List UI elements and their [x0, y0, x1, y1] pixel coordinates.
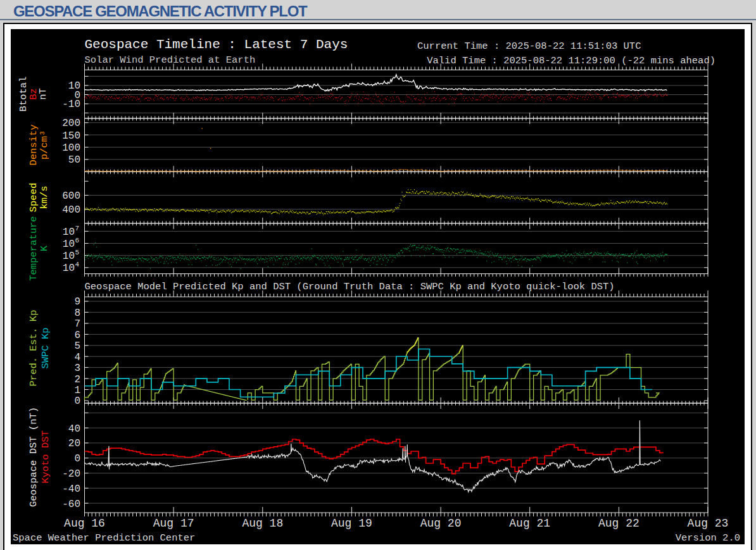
- svg-text:4: 4: [74, 352, 80, 363]
- svg-text:1: 1: [74, 385, 80, 396]
- svg-text:Aug 21: Aug 21: [509, 517, 550, 530]
- svg-text:Aug 20: Aug 20: [420, 517, 462, 530]
- svg-text:SWPC Kp: SWPC Kp: [40, 327, 51, 368]
- svg-text:0: 0: [74, 453, 80, 465]
- svg-text:-20: -20: [62, 468, 80, 480]
- svg-text:5: 5: [74, 341, 80, 352]
- svg-text:Aug 19: Aug 19: [331, 517, 372, 530]
- svg-text:20: 20: [68, 438, 80, 449]
- svg-text:K: K: [39, 245, 50, 251]
- svg-text:Temperature: Temperature: [28, 216, 39, 280]
- svg-text:10: 10: [63, 251, 75, 262]
- svg-text:Space Weather Prediction Cente: Space Weather Prediction Center: [13, 532, 195, 544]
- svg-text:200: 200: [62, 118, 80, 129]
- svg-text:Density: Density: [28, 124, 39, 165]
- svg-text:Geospace DST (nT): Geospace DST (nT): [28, 407, 39, 507]
- svg-text:Aug 18: Aug 18: [242, 517, 283, 530]
- svg-text:6: 6: [74, 330, 80, 341]
- svg-text:Version 2.0: Version 2.0: [676, 532, 740, 544]
- svg-text:2: 2: [74, 374, 80, 385]
- svg-text:9: 9: [74, 296, 80, 308]
- svg-text:10: 10: [63, 239, 75, 250]
- svg-text:10: 10: [63, 263, 75, 274]
- svg-text:7: 7: [74, 318, 80, 330]
- svg-text:-10: -10: [62, 99, 80, 110]
- svg-text:Aug 22: Aug 22: [598, 517, 639, 530]
- svg-text:100: 100: [62, 142, 80, 154]
- svg-text:nT: nT: [37, 88, 49, 100]
- svg-text:Solar Wind Predicted at Earth: Solar Wind Predicted at Earth: [85, 54, 256, 66]
- svg-text:p/cm³: p/cm³: [39, 130, 50, 160]
- svg-text:Pred. Est. Kp: Pred. Est. Kp: [28, 310, 39, 387]
- svg-text:150: 150: [62, 130, 80, 142]
- svg-text:3: 3: [74, 363, 80, 374]
- svg-text:600: 600: [62, 191, 80, 202]
- svg-text:4: 4: [75, 261, 80, 268]
- svg-text:Aug 17: Aug 17: [153, 517, 194, 530]
- svg-text:50: 50: [68, 154, 80, 166]
- svg-text:40: 40: [68, 423, 80, 435]
- svg-text:Geospace Timeline : Latest 7 D: Geospace Timeline : Latest 7 Days: [85, 37, 348, 52]
- svg-text:8: 8: [74, 308, 80, 319]
- svg-text:Kyoto DST: Kyoto DST: [40, 430, 51, 484]
- svg-text:400: 400: [62, 204, 80, 216]
- svg-text:7: 7: [75, 225, 80, 232]
- svg-text:Valid Time : 2025-08-22 11:29:: Valid Time : 2025-08-22 11:29:00 (-22 mi…: [427, 55, 715, 66]
- svg-text:Current Time : 2025-08-22 11:5: Current Time : 2025-08-22 11:51:03 UTC: [417, 41, 641, 52]
- svg-text:Aug 16: Aug 16: [64, 517, 105, 530]
- svg-text:km/s: km/s: [39, 185, 50, 209]
- svg-text:6: 6: [75, 237, 80, 244]
- svg-text:10: 10: [63, 227, 75, 238]
- svg-text:0: 0: [74, 396, 80, 407]
- svg-text:-60: -60: [62, 499, 80, 510]
- svg-text:Aug 23: Aug 23: [688, 517, 729, 530]
- svg-text:-40: -40: [62, 484, 80, 495]
- svg-text:Speed: Speed: [28, 183, 39, 213]
- svg-text:Geospace Model Predicted Kp an: Geospace Model Predicted Kp and DST (Gro…: [85, 281, 615, 292]
- svg-text:5: 5: [75, 249, 80, 256]
